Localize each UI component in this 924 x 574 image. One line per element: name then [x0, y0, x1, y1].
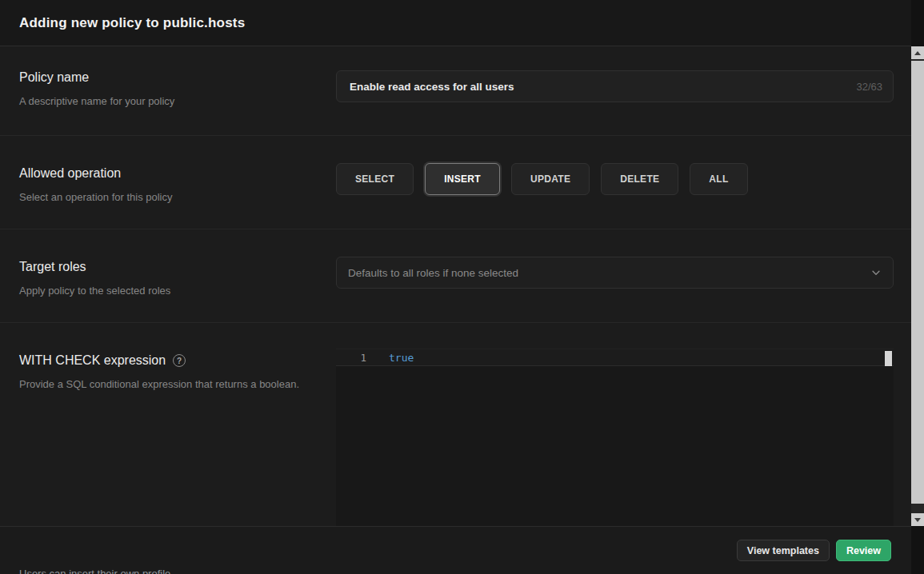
scrollbar-thumb[interactable]	[911, 61, 924, 504]
policy-name-label: Policy name	[19, 70, 304, 85]
page-scrollbar	[911, 0, 924, 574]
target-roles-description: Apply policy to the selected roles	[19, 283, 304, 299]
section-allowed-operation: Allowed operation Select an operation fo…	[0, 136, 911, 229]
scrollbar-top-spacer	[911, 0, 924, 46]
chevron-down-icon	[870, 267, 882, 278]
allowed-operation-description: Select an operation for this policy	[19, 189, 304, 205]
sql-code-editor[interactable]: 1 true	[336, 349, 894, 526]
policy-name-input-wrap: 32/63	[336, 70, 894, 102]
view-templates-button[interactable]: View templates	[737, 540, 830, 561]
operation-button-group: SELECT INSERT UPDATE DELETE ALL	[336, 163, 894, 195]
editor-scrollbar-thumb[interactable]	[885, 351, 892, 366]
help-icon[interactable]: ?	[173, 354, 186, 367]
policy-name-input[interactable]	[336, 70, 894, 102]
section-target-roles: Target roles Apply policy to the selecte…	[0, 229, 911, 323]
triangle-up-icon	[914, 51, 921, 55]
target-roles-select[interactable]: Defaults to all roles if none selected	[336, 257, 894, 289]
operation-select-button[interactable]: SELECT	[336, 163, 414, 195]
code-text: true	[366, 352, 414, 364]
section-with-check: WITH CHECK expression ? Provide a SQL co…	[0, 323, 911, 526]
add-policy-dialog: Adding new policy to public.hosts Policy…	[0, 0, 924, 574]
target-roles-label: Target roles	[19, 260, 304, 274]
dialog-main: Adding new policy to public.hosts Policy…	[0, 0, 911, 574]
char-counter: 32/63	[856, 81, 882, 93]
scrollbar-track[interactable]	[911, 59, 924, 513]
scrollbar-bottom-spacer	[911, 526, 924, 574]
dialog-title: Adding new policy to public.hosts	[19, 15, 245, 31]
operation-update-button[interactable]: UPDATE	[511, 163, 590, 195]
dialog-footer: View templates Review	[0, 526, 911, 574]
scroll-down-button[interactable]	[911, 513, 924, 526]
policy-name-description: A descriptive name for your policy	[19, 94, 304, 110]
with-check-label: WITH CHECK expression	[19, 353, 166, 368]
operation-insert-button[interactable]: INSERT	[425, 163, 500, 195]
dialog-header: Adding new policy to public.hosts	[0, 0, 911, 46]
editor-scrollbar[interactable]	[884, 349, 894, 526]
section-policy-name: Policy name A descriptive name for your …	[0, 46, 911, 136]
line-number: 1	[336, 352, 366, 364]
with-check-description: Provide a SQL conditional expression tha…	[19, 377, 304, 393]
code-line-current: 1 true	[336, 349, 894, 366]
scroll-up-button[interactable]	[911, 46, 924, 59]
dialog-body: Policy name A descriptive name for your …	[0, 46, 911, 526]
triangle-down-icon	[914, 518, 921, 522]
background-page-text-fragment: Users can insert their own profile.	[19, 568, 174, 574]
review-button[interactable]: Review	[836, 540, 891, 561]
operation-all-button[interactable]: ALL	[690, 163, 747, 195]
allowed-operation-label: Allowed operation	[19, 166, 304, 181]
operation-delete-button[interactable]: DELETE	[601, 163, 678, 195]
target-roles-placeholder: Defaults to all roles if none selected	[348, 267, 518, 279]
